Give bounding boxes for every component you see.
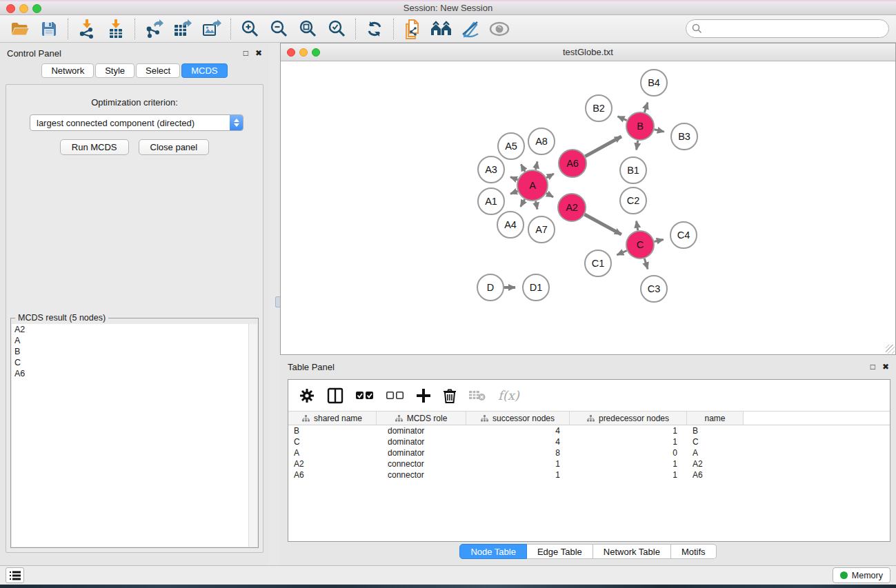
create-column-icon[interactable] — [417, 389, 430, 403]
graph-edge-A-A4[interactable] — [521, 199, 525, 207]
control-tab-network[interactable]: Network — [41, 63, 94, 78]
table-panel: Table Panel □ ✖ — [280, 356, 896, 565]
first-neighbors-icon[interactable] — [427, 17, 456, 41]
open-file-icon[interactable] — [6, 17, 34, 41]
network-window-title: testGlobe.txt — [563, 47, 613, 57]
task-history-button[interactable] — [6, 567, 24, 583]
function-builder-icon[interactable]: f(x) — [498, 388, 519, 403]
float-table-panel-icon[interactable]: □ — [870, 363, 875, 371]
search-input[interactable] — [706, 23, 888, 34]
mcds-result-list[interactable]: A2ABCA6 — [12, 324, 257, 547]
minimize-window-button[interactable] — [19, 4, 28, 13]
memory-button[interactable]: Memory — [833, 567, 890, 583]
graph-edge-A-A5[interactable] — [521, 164, 525, 171]
zoom-in-icon[interactable] — [235, 17, 264, 41]
delete-table-icon[interactable] — [469, 389, 486, 402]
graph-edge-C-C3[interactable] — [644, 258, 648, 269]
table-settings-icon[interactable] — [299, 388, 315, 403]
graph-edge-A-A8[interactable] — [536, 161, 537, 170]
export-image-icon[interactable] — [197, 17, 226, 41]
graph-edge-B-B1[interactable] — [637, 141, 638, 150]
clone-network-icon[interactable] — [398, 17, 427, 41]
close-window-button[interactable] — [6, 4, 15, 13]
tab-motifs[interactable]: Motifs — [671, 544, 717, 559]
graph-node-label: A7 — [535, 224, 548, 235]
tree-icon — [302, 415, 310, 422]
table-row[interactable]: Cdominator41C — [288, 436, 890, 447]
graph-edge-A-A2[interactable] — [546, 193, 553, 197]
network-minimize-button[interactable] — [299, 48, 308, 57]
column-header-successor-nodes[interactable]: successor nodes — [466, 412, 570, 425]
graph-edge-A-A6[interactable] — [546, 174, 554, 178]
table-cell: A2 — [687, 458, 744, 469]
graph-edge-A2-C[interactable] — [584, 214, 621, 234]
result-scrollbar[interactable] — [248, 324, 257, 547]
close-table-panel-icon[interactable]: ✖ — [882, 363, 889, 371]
graph-edge-C-C2[interactable] — [637, 221, 638, 231]
graph-edge-B-B2[interactable] — [618, 116, 627, 121]
criterion-dropdown[interactable]: largest connected component (directed) — [30, 114, 243, 131]
result-item[interactable]: A6 — [12, 368, 257, 379]
hide-labels-icon[interactable] — [456, 17, 485, 41]
network-close-button[interactable] — [287, 48, 295, 57]
tab-edge-table[interactable]: Edge Table — [527, 544, 593, 559]
graph-node-label: C4 — [677, 230, 690, 241]
graph-edge-A6-B[interactable] — [585, 136, 621, 156]
graph-edge-A-A3[interactable] — [510, 177, 518, 180]
network-window-titlebar[interactable]: testGlobe.txt — [281, 43, 895, 61]
network-canvas[interactable]: AA1A2A3A4A5A6A7A8BB1B2B3B4CC1C2C3C4DD1 — [281, 61, 895, 354]
column-header-predecessor-nodes[interactable]: predecessor nodes — [570, 412, 687, 425]
table-row[interactable]: A2connector11A2 — [288, 458, 890, 469]
import-network-icon[interactable] — [72, 17, 101, 41]
close-panel-button[interactable]: Close panel — [139, 139, 210, 155]
resize-handle-icon[interactable] — [886, 345, 895, 354]
export-network-icon[interactable] — [139, 17, 168, 41]
zoom-window-button[interactable] — [32, 4, 41, 13]
zoom-selected-icon[interactable] — [322, 17, 351, 41]
table-cell: 1 — [466, 458, 570, 469]
split-panel-icon[interactable] — [327, 387, 344, 404]
control-tab-mcds[interactable]: MCDS — [181, 63, 227, 78]
show-graphics-details-icon[interactable] — [485, 17, 514, 41]
graph-node-label: B1 — [627, 165, 639, 176]
float-panel-icon[interactable]: □ — [243, 49, 248, 57]
result-item[interactable]: A — [12, 335, 257, 346]
delete-columns-icon[interactable] — [443, 388, 457, 403]
graph-node-label: C1 — [592, 258, 605, 269]
export-table-icon[interactable] — [168, 17, 197, 41]
graph-edge-C-C1[interactable] — [617, 250, 626, 254]
search-field[interactable] — [686, 19, 889, 38]
column-header-mcds-role[interactable]: MCDS role — [377, 412, 466, 425]
column-header-shared-name[interactable]: shared name — [288, 412, 377, 425]
network-zoom-button[interactable] — [312, 48, 320, 57]
tab-network-table[interactable]: Network Table — [593, 544, 671, 559]
column-header-name[interactable]: name — [687, 412, 744, 425]
import-table-icon[interactable] — [101, 17, 130, 41]
close-panel-icon[interactable]: ✖ — [255, 49, 262, 57]
table-row[interactable]: A6connector11A6 — [288, 469, 890, 480]
graph-edge-A-A1[interactable] — [510, 191, 518, 194]
graph-edge-B-B4[interactable] — [644, 103, 648, 112]
table-cell: connector — [377, 458, 466, 469]
control-tab-select[interactable]: Select — [136, 63, 180, 78]
graph-node-label: D1 — [530, 282, 543, 293]
select-all-columns-icon[interactable] — [356, 391, 374, 401]
graph-edge-B-B3[interactable] — [654, 130, 664, 132]
refresh-view-icon[interactable] — [360, 17, 389, 41]
table-row[interactable]: Bdominator41B — [288, 425, 890, 436]
zoom-fit-icon[interactable] — [293, 17, 322, 41]
result-item[interactable]: B — [12, 346, 257, 357]
unselect-all-columns-icon[interactable] — [386, 391, 404, 401]
table-row[interactable]: Adominator80A — [288, 447, 890, 458]
result-item[interactable]: A2 — [12, 324, 257, 335]
zoom-out-icon[interactable] — [264, 17, 293, 41]
memory-label: Memory — [852, 571, 883, 580]
result-item[interactable]: C — [12, 357, 257, 368]
tab-node-table[interactable]: Node Table — [459, 544, 527, 559]
graph-node-label: D — [487, 282, 494, 293]
graph-edge-A-A7[interactable] — [536, 201, 537, 210]
control-tab-style[interactable]: Style — [95, 63, 135, 78]
run-mcds-button[interactable]: Run MCDS — [60, 139, 129, 155]
save-session-icon[interactable] — [34, 17, 63, 41]
graph-edge-C-C4[interactable] — [654, 240, 663, 242]
